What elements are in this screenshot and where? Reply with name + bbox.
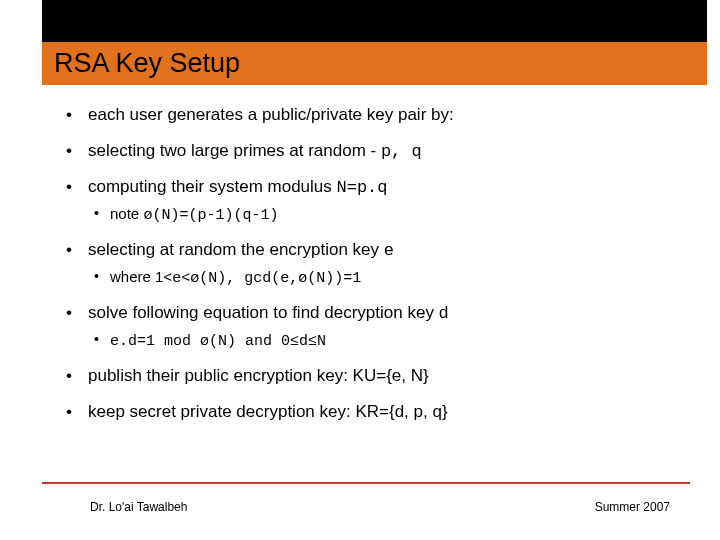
slide-title: RSA Key Setup [54,48,707,79]
list-item: publish their public encryption key: KU=… [60,366,680,386]
sub-text: note [110,205,143,222]
content-area: each user generates a public/private key… [0,85,720,422]
list-item: keep secret private decryption key: KR={… [60,402,680,422]
bullet-text: selecting at random the encryption key [88,240,384,259]
sub-list-item: note ø(N)=(p-1)(q-1) [88,205,680,224]
slide: RSA Key Setup each user generates a publ… [0,0,720,540]
sub-list: where 1<e<ø(N), gcd(e,ø(N))=1 [88,268,680,287]
bullet-text: publish their public encryption key: KU=… [88,366,429,385]
sub-list: note ø(N)=(p-1)(q-1) [88,205,680,224]
bullet-text: selecting two large primes at random - [88,141,381,160]
sub-list: e.d=1 mod ø(N) and 0≤d≤N [88,331,680,350]
list-item: computing their system modulus N=p.q not… [60,177,680,224]
footer-left: Dr. Lo'ai Tawalbeh [90,500,187,514]
list-item: selecting two large primes at random - p… [60,141,680,161]
bullet-text: keep secret private decryption key: KR={… [88,402,448,421]
bullet-text: each user generates a public/private key… [88,105,454,124]
bullet-code: d [439,304,449,323]
sub-code: ø(N)=(p-1)(q-1) [143,207,278,224]
bullet-text: solve following equation to find decrypt… [88,303,439,322]
top-band [42,0,707,42]
footer-right: Summer 2007 [595,500,670,514]
bullet-code: N=p.q [337,178,388,197]
list-item: each user generates a public/private key… [60,105,680,125]
bullet-list: each user generates a public/private key… [60,105,680,422]
bullet-code: p, q [381,142,422,161]
list-item: solve following equation to find decrypt… [60,303,680,350]
sub-list-item: where 1<e<ø(N), gcd(e,ø(N))=1 [88,268,680,287]
bullet-text: computing their system modulus [88,177,337,196]
list-item: selecting at random the encryption key e… [60,240,680,287]
footer-divider [42,482,690,484]
bullet-code: e [384,241,394,260]
sub-code: e.d=1 mod ø(N) and 0≤d≤N [110,333,326,350]
sub-text: where 1< [110,268,172,285]
sub-code: e<ø(N), gcd(e,ø(N))=1 [172,270,361,287]
title-bar: RSA Key Setup [42,42,707,85]
sub-list-item: e.d=1 mod ø(N) and 0≤d≤N [88,331,680,350]
footer: Dr. Lo'ai Tawalbeh Summer 2007 [0,500,720,514]
